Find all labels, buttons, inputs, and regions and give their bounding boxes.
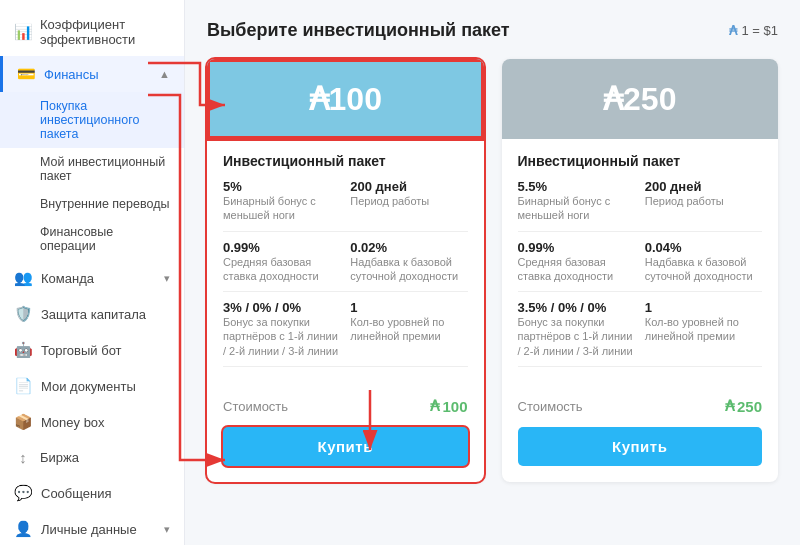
- card-header-250: ₳250: [502, 59, 779, 139]
- card-stat: 0.99% Средняя базовая ставка доходности: [223, 240, 340, 284]
- stat-label: Кол-во уровней по линейной премии: [350, 315, 467, 344]
- sidebar-label-personal-data: Личные данные: [41, 522, 137, 537]
- sidebar-subitem-my-package[interactable]: Мой инвестиционный пакет: [0, 148, 184, 190]
- sidebar-label-finance: Финансы: [44, 67, 99, 82]
- sidebar-label-internal-transfers: Внутренние переводы: [40, 197, 169, 211]
- stat-label: Кол-во уровней по линейной премии: [645, 315, 762, 344]
- chevron-down-icon-2: ▾: [164, 523, 170, 536]
- sidebar-item-personal-data[interactable]: 👤 Личные данные ▾: [0, 511, 184, 545]
- cost-amount-100: 100: [442, 398, 467, 415]
- card-header-value-250: ₳250: [603, 80, 676, 118]
- exchange-rate: ₳ 1 = $1: [729, 23, 778, 38]
- card-body-100: Инвестиционный пакет 5% Бинарный бонус с…: [207, 139, 484, 389]
- sidebar-item-team[interactable]: 👥 Команда ▾: [0, 260, 184, 296]
- sidebar-label-messages: Сообщения: [41, 486, 112, 501]
- card-stats-grid-100b: 0.99% Средняя базовая ставка доходности …: [223, 240, 468, 284]
- card-stat: 3% / 0% / 0% Бонус за покупки партнёров …: [223, 300, 340, 358]
- card-section-title-100: Инвестиционный пакет: [223, 153, 468, 169]
- card-stat: 1 Кол-во уровней по линейной премии: [645, 300, 762, 358]
- buy-button-250[interactable]: Купить: [518, 427, 763, 466]
- cost-value-100: ₳ 100: [430, 397, 467, 415]
- card-stat: 5.5% Бинарный бонус с меньшей ноги: [518, 179, 635, 223]
- stat-value: 5%: [223, 179, 340, 194]
- stat-label: Период работы: [350, 194, 467, 208]
- stat-value: 3% / 0% / 0%: [223, 300, 340, 315]
- moneybox-icon: 📦: [14, 413, 33, 431]
- card-stat: 1 Кол-во уровней по линейной премии: [350, 300, 467, 358]
- sidebar-subitem-financial-ops[interactable]: Финансовые операции: [0, 218, 184, 260]
- page-header: Выберите инвестиционный пакет ₳ 1 = $1: [207, 20, 778, 41]
- stat-value: 0.04%: [645, 240, 762, 255]
- card-section-title-250: Инвестиционный пакет: [518, 153, 763, 169]
- cards-container: ₳100 Инвестиционный пакет 5% Бинарный бо…: [207, 59, 778, 482]
- stat-value: 0.02%: [350, 240, 467, 255]
- sidebar-item-my-docs[interactable]: 📄 Мои документы: [0, 368, 184, 404]
- stat-label: Период работы: [645, 194, 762, 208]
- stat-value: 1: [350, 300, 467, 315]
- card-stats-grid-100: 5% Бинарный бонус с меньшей ноги 200 дне…: [223, 179, 468, 223]
- sidebar-label-buy-package: Покупка инвестиционного пакета: [40, 99, 139, 141]
- exchange-icon: ↕️: [14, 449, 32, 466]
- team-icon: 👥: [14, 269, 33, 287]
- sidebar-item-exchange[interactable]: ↕️ Биржа: [0, 440, 184, 475]
- card-stat: 0.02% Надбавка к базовой суточной доходн…: [350, 240, 467, 284]
- sidebar-item-efficiency[interactable]: 📊 Коэффициент эффективности: [0, 8, 184, 56]
- sidebar-item-messages[interactable]: 💬 Сообщения: [0, 475, 184, 511]
- stat-value: 3.5% / 0% / 0%: [518, 300, 635, 315]
- investment-card-100: ₳100 Инвестиционный пакет 5% Бинарный бо…: [207, 59, 484, 482]
- stat-value: 200 дней: [350, 179, 467, 194]
- card-stats-grid-250b: 0.99% Средняя базовая ставка доходности …: [518, 240, 763, 284]
- investment-card-250: ₳250 Инвестиционный пакет 5.5% Бинарный …: [502, 59, 779, 482]
- sidebar-subitem-buy-package[interactable]: Покупка инвестиционного пакета: [0, 92, 184, 148]
- sidebar-item-finance[interactable]: 💳 Финансы ▲: [0, 56, 184, 92]
- sidebar-subitem-internal-transfers[interactable]: Внутренние переводы: [0, 190, 184, 218]
- sidebar-label-efficiency: Коэффициент эффективности: [40, 17, 170, 47]
- token-icon: ₳: [729, 23, 737, 38]
- docs-icon: 📄: [14, 377, 33, 395]
- sidebar-label-my-docs: Мои документы: [41, 379, 136, 394]
- person-icon: 👤: [14, 520, 33, 538]
- sidebar-item-trading-bot[interactable]: 🤖 Торговый бот: [0, 332, 184, 368]
- page-title: Выберите инвестиционный пакет: [207, 20, 510, 41]
- sidebar-item-capital-protection[interactable]: 🛡️ Защита капитала: [0, 296, 184, 332]
- stat-label: Бонус за покупки партнёров с 1-й линии /…: [223, 315, 340, 358]
- card-stats-grid-100c: 3% / 0% / 0% Бонус за покупки партнёров …: [223, 300, 468, 358]
- stat-label: Надбавка к базовой суточной доходности: [350, 255, 467, 284]
- buy-button-100[interactable]: Купить: [223, 427, 468, 466]
- card-stat: 5% Бинарный бонус с меньшей ноги: [223, 179, 340, 223]
- stat-value: 0.99%: [518, 240, 635, 255]
- card-header-100: ₳100: [207, 59, 484, 139]
- sidebar-label-exchange: Биржа: [40, 450, 79, 465]
- cost-label-100: Стоимость: [223, 399, 288, 414]
- efficiency-icon: 📊: [14, 23, 32, 41]
- stat-label: Бинарный бонус с меньшей ноги: [518, 194, 635, 223]
- stat-value: 200 дней: [645, 179, 762, 194]
- sidebar-label-team: Команда: [41, 271, 94, 286]
- main-content: Выберите инвестиционный пакет ₳ 1 = $1 ₳…: [185, 0, 800, 545]
- token-icon-cost: ₳: [430, 397, 440, 415]
- card-stat: 0.04% Надбавка к базовой суточной доходн…: [645, 240, 762, 284]
- stat-value: 0.99%: [223, 240, 340, 255]
- stat-label: Бонус за покупки партнёров с 1-й линии /…: [518, 315, 635, 358]
- card-header-value-100: ₳100: [309, 80, 382, 118]
- card-stats-grid-250: 5.5% Бинарный бонус с меньшей ноги 200 д…: [518, 179, 763, 223]
- shield-icon: 🛡️: [14, 305, 33, 323]
- sidebar-label-capital-protection: Защита капитала: [41, 307, 146, 322]
- sidebar-item-money-box[interactable]: 📦 Money box: [0, 404, 184, 440]
- stat-label: Средняя базовая ставка доходности: [223, 255, 340, 284]
- sidebar: 📊 Коэффициент эффективности 💳 Финансы ▲ …: [0, 0, 185, 545]
- messages-icon: 💬: [14, 484, 33, 502]
- card-body-250: Инвестиционный пакет 5.5% Бинарный бонус…: [502, 139, 779, 389]
- card-stats-grid-250c: 3.5% / 0% / 0% Бонус за покупки партнёро…: [518, 300, 763, 358]
- chevron-up-icon: ▲: [159, 68, 170, 80]
- cost-label-250: Стоимость: [518, 399, 583, 414]
- stat-label: Бинарный бонус с меньшей ноги: [223, 194, 340, 223]
- token-icon-cost-250: ₳: [725, 397, 735, 415]
- stat-value: 1: [645, 300, 762, 315]
- finance-icon: 💳: [17, 65, 36, 83]
- card-footer-250: Стоимость ₳ 250: [502, 389, 779, 427]
- card-stat: 0.99% Средняя базовая ставка доходности: [518, 240, 635, 284]
- exchange-rate-value: 1 = $1: [741, 23, 778, 38]
- card-footer-100: Стоимость ₳ 100: [207, 389, 484, 427]
- page-wrapper: 📊 Коэффициент эффективности 💳 Финансы ▲ …: [0, 0, 800, 545]
